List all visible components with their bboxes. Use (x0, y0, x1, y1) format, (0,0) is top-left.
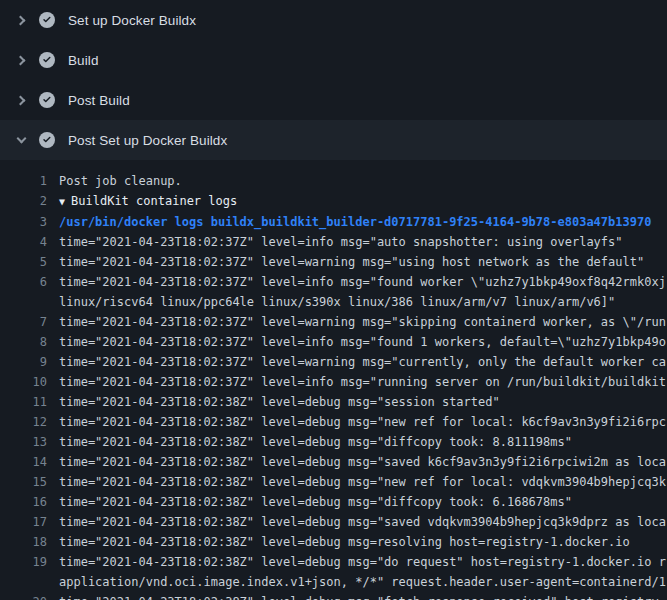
step-section-build[interactable]: Build (0, 40, 667, 80)
log-line-number[interactable]: 16 (0, 492, 47, 512)
log-line[interactable]: 18 time="2021-04-23T18:02:38Z" level=deb… (0, 532, 667, 552)
log-line[interactable]: 15 time="2021-04-23T18:02:38Z" level=deb… (0, 472, 667, 492)
log-line-number[interactable]: 4 (0, 232, 47, 252)
log-line-number[interactable]: 18 (0, 532, 47, 552)
check-circle-icon (39, 52, 55, 68)
log-line[interactable]: 5 time="2021-04-23T18:02:37Z" level=warn… (0, 252, 667, 272)
log-line-text: time="2021-04-23T18:02:38Z" level=debug … (47, 512, 667, 532)
log-line-number[interactable]: 19 (0, 552, 47, 572)
log-line[interactable]: 16 time="2021-04-23T18:02:38Z" level=deb… (0, 492, 667, 512)
log-line-text: time="2021-04-23T18:02:38Z" level=debug … (47, 412, 667, 432)
log-line-number[interactable]: 8 (0, 332, 47, 352)
log-line[interactable]: 8 time="2021-04-23T18:02:37Z" level=info… (0, 332, 667, 352)
log-line-number[interactable]: 15 (0, 472, 47, 492)
log-line-text: time="2021-04-23T18:02:38Z" level=debug … (47, 432, 667, 452)
log-line-text: ▼ BuildKit container logs (47, 191, 667, 212)
log-line[interactable]: 14 time="2021-04-23T18:02:38Z" level=deb… (0, 452, 667, 472)
log-line[interactable]: 9 time="2021-04-23T18:02:37Z" level=warn… (0, 352, 667, 372)
log-line[interactable]: 6 time="2021-04-23T18:02:37Z" level=info… (0, 272, 667, 292)
log-line[interactable]: 19 time="2021-04-23T18:02:38Z" level=deb… (0, 552, 667, 572)
log-area: 1 Post job cleanup. 2 ▼ BuildKit contain… (0, 160, 667, 600)
log-line-number[interactable]: 17 (0, 512, 47, 532)
log-line-text: time="2021-04-23T18:02:37Z" level=info m… (47, 332, 667, 352)
step-section-label: Post Build (68, 93, 130, 108)
log-line[interactable]: application/vnd.oci.image.index.v1+json,… (0, 572, 667, 592)
log-line[interactable]: 2 ▼ BuildKit container logs (0, 191, 667, 212)
log-line-text: time="2021-04-23T18:02:38Z" level=debug … (47, 492, 667, 512)
group-label: BuildKit container logs (71, 194, 237, 208)
log-line[interactable]: 12 time="2021-04-23T18:02:38Z" level=deb… (0, 412, 667, 432)
log-line-text: time="2021-04-23T18:02:38Z" level=debug … (47, 552, 667, 572)
check-circle-icon (39, 92, 55, 108)
log-line-text: time="2021-04-23T18:02:37Z" level=warnin… (47, 252, 667, 272)
log-line-number[interactable]: 1 (0, 171, 47, 191)
log-line[interactable]: 11 time="2021-04-23T18:02:38Z" level=deb… (0, 392, 667, 412)
log-line[interactable]: linux/riscv64 linux/ppc64le linux/s390x … (0, 292, 667, 312)
log-line-text: time="2021-04-23T18:02:38Z" level=debug … (47, 592, 667, 600)
log-line[interactable]: 13 time="2021-04-23T18:02:38Z" level=deb… (0, 432, 667, 452)
log-line-number[interactable]: 20 (0, 592, 47, 600)
log-line-number[interactable]: 11 (0, 392, 47, 412)
log-line-text: time="2021-04-23T18:02:38Z" level=debug … (47, 452, 667, 472)
log-line-text: Post job cleanup. (47, 171, 667, 191)
log-line-number[interactable] (0, 572, 47, 592)
step-section-post-set-up-docker-buildx[interactable]: Post Set up Docker Buildx (0, 120, 667, 160)
log-line-number[interactable]: 13 (0, 432, 47, 452)
log-line-text: time="2021-04-23T18:02:38Z" level=debug … (47, 472, 667, 492)
log-line-text: time="2021-04-23T18:02:37Z" level=warnin… (47, 352, 667, 372)
log-line-number[interactable]: 10 (0, 372, 47, 392)
log-line-number[interactable]: 9 (0, 352, 47, 372)
log-line-text: application/vnd.oci.image.index.v1+json,… (47, 572, 667, 592)
log-line-text: linux/riscv64 linux/ppc64le linux/s390x … (47, 292, 667, 312)
step-section-label: Set up Docker Buildx (68, 13, 196, 28)
chevron-right-icon[interactable] (13, 52, 29, 68)
chevron-right-icon[interactable] (13, 12, 29, 28)
log-line-number[interactable]: 7 (0, 312, 47, 332)
check-circle-icon (39, 12, 55, 28)
step-section-label: Build (68, 53, 99, 68)
log-line-text: time="2021-04-23T18:02:37Z" level=info m… (47, 232, 667, 252)
step-section-post-build[interactable]: Post Build (0, 80, 667, 120)
log-line[interactable]: 7 time="2021-04-23T18:02:37Z" level=warn… (0, 312, 667, 332)
chevron-right-icon[interactable] (13, 92, 29, 108)
step-section-label: Post Set up Docker Buildx (68, 133, 227, 148)
log-line[interactable]: 4 time="2021-04-23T18:02:37Z" level=info… (0, 232, 667, 252)
log-line-text: time="2021-04-23T18:02:37Z" level=info m… (47, 272, 667, 292)
step-section-set-up-docker-buildx[interactable]: Set up Docker Buildx (0, 0, 667, 40)
step-section-list: Set up Docker Buildx Build Post Build (0, 0, 667, 160)
log-line-text: time="2021-04-23T18:02:37Z" level=warnin… (47, 312, 667, 332)
check-circle-icon (39, 132, 55, 148)
log-line-number[interactable] (0, 292, 47, 312)
log-line-text: time="2021-04-23T18:02:37Z" level=info m… (47, 372, 667, 392)
log-line[interactable]: 3 /usr/bin/docker logs buildx_buildkit_b… (0, 212, 667, 232)
workflow-log-viewer: Set up Docker Buildx Build Post Build (0, 0, 667, 600)
group-toggle-icon[interactable]: ▼ (59, 196, 71, 207)
log-line[interactable]: 17 time="2021-04-23T18:02:38Z" level=deb… (0, 512, 667, 532)
log-line-number[interactable]: 5 (0, 252, 47, 272)
log-line-number[interactable]: 14 (0, 452, 47, 472)
log-line-text: time="2021-04-23T18:02:38Z" level=debug … (47, 392, 667, 412)
log-line[interactable]: 1 Post job cleanup. (0, 171, 667, 191)
log-line[interactable]: 10 time="2021-04-23T18:02:37Z" level=inf… (0, 372, 667, 392)
log-line-text: /usr/bin/docker logs buildx_buildkit_bui… (47, 212, 667, 232)
log-line-number[interactable]: 12 (0, 412, 47, 432)
log-line-number[interactable]: 6 (0, 272, 47, 292)
log-line[interactable]: 20 time="2021-04-23T18:02:38Z" level=deb… (0, 592, 667, 600)
log-line-number[interactable]: 3 (0, 212, 47, 232)
chevron-down-icon[interactable] (13, 132, 29, 148)
log-line-number[interactable]: 2 (0, 191, 47, 212)
log-line-text: time="2021-04-23T18:02:38Z" level=debug … (47, 532, 667, 552)
